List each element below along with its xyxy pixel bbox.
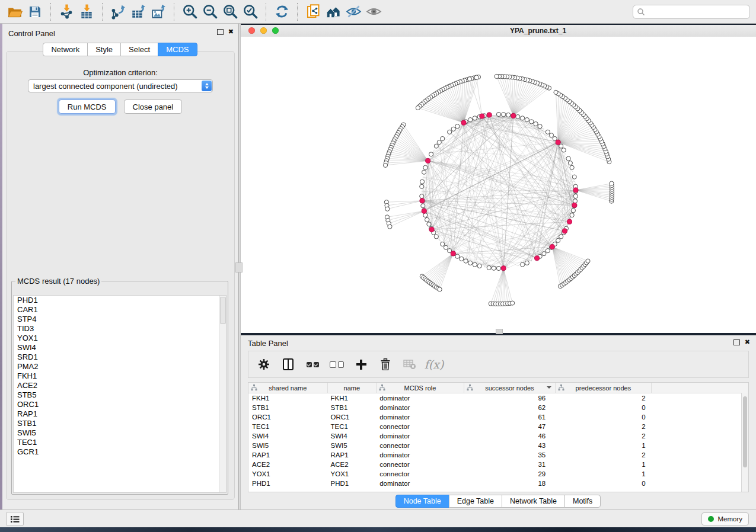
- close-panel-icon[interactable]: ✖: [228, 28, 234, 35]
- table-row[interactable]: ACE2ACE2connector311: [248, 460, 748, 469]
- table-settings-button[interactable]: [257, 357, 271, 371]
- mcds-result-node[interactable]: PMA2: [14, 362, 226, 371]
- mcds-result-node[interactable]: STP4: [14, 315, 226, 324]
- cell-shared_name: RAP1: [248, 450, 328, 460]
- table-row[interactable]: FKH1FKH1dominator962: [248, 393, 748, 403]
- import-table-button[interactable]: [76, 2, 97, 21]
- zoom-selected-button[interactable]: [240, 2, 260, 21]
- share-network-document-button[interactable]: [303, 2, 323, 21]
- mcds-result-node[interactable]: PHD1: [14, 296, 226, 305]
- optimization-criterion-label: Optimization criterion:: [7, 68, 234, 77]
- table-scrollbar[interactable]: [741, 393, 748, 492]
- delete-column-button[interactable]: [378, 357, 393, 371]
- vertical-splitter-grip[interactable]: [235, 262, 243, 273]
- run-mcds-button[interactable]: Run MCDS: [59, 100, 116, 114]
- tab-select[interactable]: Select: [120, 43, 158, 56]
- zoom-in-button[interactable]: [180, 2, 200, 21]
- cell-successor_nodes: 43: [464, 441, 556, 450]
- open-session-button[interactable]: [5, 2, 25, 21]
- table-row[interactable]: STB1STB1dominator620: [248, 403, 748, 412]
- save-session-button[interactable]: [25, 2, 45, 21]
- import-network-button[interactable]: [56, 2, 76, 21]
- mcds-result-node[interactable]: TEC1: [14, 438, 226, 447]
- mcds-result-list[interactable]: PHD1CAR1STP4TID3YOX1SWI4SRD1PMA2FKH1ACE2…: [13, 295, 227, 493]
- table-row[interactable]: ORC1ORC1dominator610: [248, 412, 748, 422]
- show-all-button[interactable]: [363, 2, 384, 21]
- cell-predecessor_nodes: 1: [556, 460, 651, 469]
- table-row[interactable]: SWI4SWI4dominator462: [248, 431, 748, 441]
- column-layout-button[interactable]: [281, 357, 295, 371]
- node-table[interactable]: shared namenameMCDS rolesuccessor nodesp…: [248, 382, 749, 492]
- column-header-shared_name[interactable]: shared name: [248, 383, 328, 393]
- search-input[interactable]: [645, 7, 749, 17]
- hide-selected-button[interactable]: [343, 2, 363, 21]
- mcds-result-node[interactable]: ORC1: [14, 400, 226, 409]
- cell-mcds_role: connector: [377, 441, 464, 450]
- mcds-result-node[interactable]: STB5: [14, 390, 226, 400]
- cell-mcds_role: connector: [377, 469, 464, 479]
- tab-network[interactable]: Network: [43, 43, 88, 56]
- eye-slash-icon: [346, 4, 362, 20]
- mcds-result-node[interactable]: ACE2: [14, 381, 226, 390]
- export-table-button[interactable]: [128, 2, 148, 21]
- mcds-result-node[interactable]: SWI4: [14, 343, 226, 352]
- mcds-result-node[interactable]: SWI5: [14, 428, 226, 438]
- close-panel-button[interactable]: Close panel: [124, 100, 183, 114]
- export-network-button[interactable]: [108, 2, 128, 21]
- select-all-button[interactable]: [305, 357, 320, 371]
- select-stepper-icon: [202, 81, 212, 91]
- tab-network-table[interactable]: Network Table: [502, 495, 565, 508]
- mcds-result-node[interactable]: CAR1: [14, 305, 226, 315]
- sort-desc-icon[interactable]: [547, 386, 551, 389]
- network-view[interactable]: [241, 37, 756, 333]
- export-table-icon: [130, 4, 146, 20]
- export-image-icon: [151, 4, 166, 20]
- memory-button[interactable]: Memory: [701, 512, 749, 525]
- zoom-out-button[interactable]: [200, 2, 220, 21]
- network-window-titlebar[interactable]: YPA_prune.txt_1: [241, 25, 756, 37]
- trash-icon: [380, 358, 391, 370]
- import-network-icon: [59, 4, 74, 20]
- mcds-result-node[interactable]: SRD1: [14, 352, 226, 362]
- home-button[interactable]: [323, 2, 343, 21]
- export-image-button[interactable]: [148, 2, 168, 21]
- table-row[interactable]: RAP1RAP1dominator352: [248, 450, 748, 460]
- mcds-result-node[interactable]: YOX1: [14, 334, 226, 343]
- tab-edge-table[interactable]: Edge Table: [449, 495, 502, 508]
- horizontal-splitter-grip[interactable]: [496, 329, 503, 334]
- tab-node-table[interactable]: Node Table: [395, 495, 449, 508]
- mcds-result-node[interactable]: FKH1: [14, 371, 226, 381]
- column-header-name[interactable]: name: [328, 383, 377, 393]
- table-row[interactable]: TEC1TEC1connector472: [248, 422, 748, 431]
- mcds-result-node[interactable]: STB1: [14, 419, 226, 428]
- table-row[interactable]: PHD1PHD1dominator180: [248, 479, 748, 488]
- search-field[interactable]: [633, 5, 750, 19]
- close-table-panel-icon[interactable]: ✖: [745, 339, 750, 345]
- refresh-icon: [274, 4, 290, 20]
- result-scrollbar[interactable]: [219, 296, 226, 492]
- list-icon: [11, 515, 20, 523]
- table-row[interactable]: YOX1YOX1connector291: [248, 469, 748, 479]
- mcds-result-node[interactable]: GCR1: [14, 447, 226, 457]
- mcds-result-node[interactable]: TID3: [14, 324, 226, 334]
- deselect-all-button[interactable]: [330, 357, 344, 371]
- optimization-select[interactable]: largest connected component (undirected): [28, 79, 213, 92]
- task-history-button[interactable]: [6, 512, 24, 526]
- column-header-successor_nodes[interactable]: successor nodes: [464, 383, 556, 393]
- column-header-mcds_role[interactable]: MCDS role: [377, 383, 464, 393]
- float-panel-icon[interactable]: [217, 29, 224, 35]
- float-table-panel-icon[interactable]: [733, 339, 740, 345]
- zoom-fit-button[interactable]: [220, 2, 240, 21]
- table-row[interactable]: SWI5SWI5connector431: [248, 441, 748, 450]
- column-header-predecessor_nodes[interactable]: predecessor nodes: [556, 383, 651, 393]
- table-panel: Table Panel ✖ f(x) shared namenameMCDS r…: [240, 335, 756, 509]
- refresh-layout-button[interactable]: [272, 2, 292, 21]
- tab-mcds[interactable]: MCDS: [158, 43, 197, 56]
- tab-style[interactable]: Style: [87, 43, 121, 56]
- tab-motifs[interactable]: Motifs: [564, 495, 601, 508]
- zoom-in-icon: [182, 4, 198, 20]
- table-body: FKH1FKH1dominator962STB1STB1dominator620…: [248, 393, 748, 488]
- mcds-result-node[interactable]: RAP1: [14, 409, 226, 419]
- add-column-button[interactable]: [354, 357, 368, 371]
- attribute-icon: [467, 384, 473, 392]
